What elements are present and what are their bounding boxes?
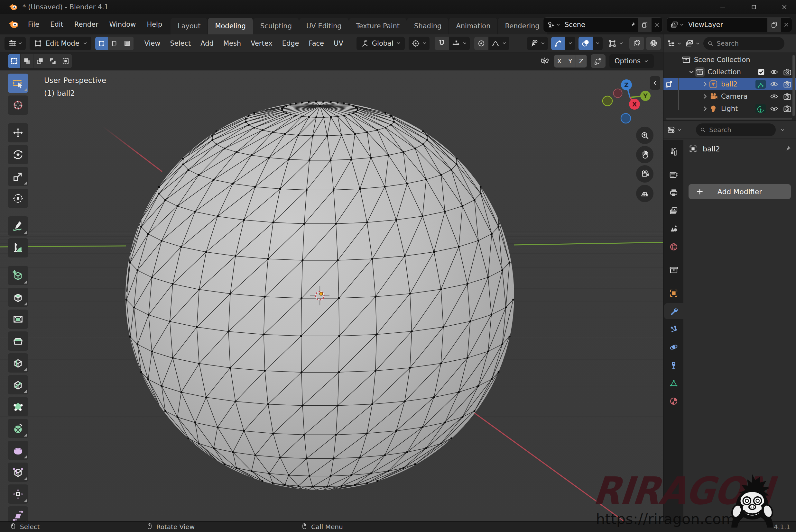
render-visibility-icon[interactable]: [783, 104, 792, 113]
properties-editor-selector[interactable]: [667, 125, 682, 134]
outliner-scrollbar[interactable]: [793, 55, 795, 116]
render-visibility-icon[interactable]: [783, 80, 792, 89]
menu-window[interactable]: Window: [104, 18, 142, 31]
properties-options-icon[interactable]: [780, 128, 785, 132]
properties-tab-tool[interactable]: [664, 144, 683, 160]
viewport-menu-mesh[interactable]: Mesh: [218, 37, 246, 50]
outliner-search-input[interactable]: [716, 39, 781, 48]
pin-icon[interactable]: [628, 21, 636, 28]
properties-tab-object-data[interactable]: [664, 375, 683, 391]
navigation-gizmo[interactable]: Z Y X: [597, 72, 658, 127]
overlay-options-selector[interactable]: [593, 37, 603, 50]
viewport-shading-button[interactable]: [646, 37, 661, 50]
outliner-display-mode-selector[interactable]: [667, 39, 682, 48]
tool-shear[interactable]: [8, 506, 28, 521]
add-modifier-button[interactable]: Add Modifier: [689, 184, 791, 199]
properties-tab-particles[interactable]: [664, 321, 683, 337]
outliner-search[interactable]: [703, 37, 784, 50]
pivot-point-selector[interactable]: [409, 37, 430, 50]
viewport-menu-face[interactable]: Face: [304, 37, 329, 50]
tool-transform[interactable]: [8, 189, 28, 208]
menu-file[interactable]: File: [22, 18, 45, 31]
menu-render[interactable]: Render: [69, 18, 104, 31]
viewlayer-name[interactable]: ViewLayer: [686, 21, 767, 28]
properties-tab-view-layer[interactable]: [664, 203, 683, 219]
snap-symmetry-button[interactable]: [591, 54, 605, 68]
show-gizmo-toggle[interactable]: [551, 37, 565, 50]
scene-name[interactable]: Scene: [563, 21, 628, 28]
camera-view-button[interactable]: [636, 165, 653, 183]
vert-data-icon[interactable]: [756, 80, 766, 89]
tool-move[interactable]: [8, 123, 28, 142]
object-visibility-selector[interactable]: [527, 37, 548, 50]
selbox-intersect-button[interactable]: [59, 54, 72, 68]
transform-orientation-selector[interactable]: Global: [357, 37, 405, 50]
outliner-row-light[interactable]: Light: [664, 102, 796, 115]
workspace-tab-uv-editing[interactable]: UV Editing: [299, 18, 349, 34]
properties-search[interactable]: [696, 124, 776, 136]
viewlayer-selector[interactable]: ViewLayer: [667, 17, 792, 32]
checkbox-icon[interactable]: [757, 68, 765, 76]
outliner-row-scene-collection[interactable]: Scene Collection: [664, 54, 796, 66]
viewport-menu-add[interactable]: Add: [196, 37, 218, 50]
properties-tab-constraints[interactable]: [664, 357, 683, 373]
tool-cursor-3d[interactable]: [8, 95, 28, 115]
workspace-tab-modeling[interactable]: Modeling: [208, 18, 253, 34]
workspace-tab-layout[interactable]: Layout: [170, 18, 208, 34]
tool-select-box[interactable]: [8, 74, 28, 93]
workspace-tab-sculpting[interactable]: Sculpting: [253, 18, 299, 34]
eye-visibility-icon[interactable]: [770, 92, 779, 101]
xray-toggle-button[interactable]: [629, 37, 644, 50]
outliner-row-ball2[interactable]: ball2: [664, 78, 796, 90]
tool-poly-build[interactable]: [8, 397, 28, 416]
pin-icon[interactable]: [783, 145, 792, 153]
workspace-tab-shading[interactable]: Shading: [407, 18, 449, 34]
selbox-set-button[interactable]: [8, 54, 21, 68]
viewport-3d[interactable]: User Perspective (1) ball2 Z Y X: [0, 70, 663, 521]
vertex-select-mode-button[interactable]: [95, 37, 108, 50]
editor-type-selector[interactable]: [4, 37, 26, 50]
eye-visibility-icon[interactable]: [770, 68, 779, 76]
properties-tab-collection[interactable]: [664, 262, 683, 278]
viewlayer-remove-button[interactable]: [781, 21, 792, 28]
properties-tab-object[interactable]: [664, 285, 683, 301]
properties-tab-scene[interactable]: [664, 221, 683, 237]
scene-unlink-button[interactable]: [652, 21, 663, 28]
chevron-down-icon[interactable]: [688, 69, 695, 76]
chevron-right-icon[interactable]: [701, 81, 708, 88]
tool-measure[interactable]: [8, 238, 28, 258]
light-data-icon[interactable]: [756, 104, 766, 113]
properties-tab-render[interactable]: [664, 167, 683, 183]
zoom-view-button[interactable]: [636, 127, 653, 144]
sidebar-collapse-arrow[interactable]: [650, 76, 660, 90]
tool-inset-faces[interactable]: [8, 309, 28, 329]
proportional-editing-toggle[interactable]: [474, 37, 488, 50]
tool-bevel[interactable]: [8, 331, 28, 351]
tool-annotate[interactable]: [8, 216, 28, 235]
mirror-z-button[interactable]: Z: [576, 55, 587, 68]
render-visibility-icon[interactable]: [783, 68, 792, 76]
tool-extrude-region[interactable]: [8, 288, 28, 307]
eye-visibility-icon[interactable]: [770, 80, 779, 89]
chevron-down-icon[interactable]: [556, 22, 561, 27]
properties-tab-material[interactable]: [664, 393, 683, 409]
tool-loop-cut[interactable]: [8, 353, 28, 373]
tool-rotate[interactable]: [8, 145, 28, 164]
chevron-down-icon[interactable]: [679, 22, 684, 27]
pan-view-button[interactable]: [636, 146, 653, 163]
tool-edge-slide[interactable]: [8, 462, 28, 482]
eye-visibility-icon[interactable]: [770, 104, 779, 113]
window-close-button[interactable]: [775, 1, 793, 14]
menu-help[interactable]: Help: [141, 18, 168, 31]
outliner-row-camera[interactable]: Camera: [664, 90, 796, 102]
tool-knife[interactable]: [8, 375, 28, 394]
window-minimize-button[interactable]: [713, 1, 732, 14]
snap-toggle-button[interactable]: [435, 37, 449, 50]
outliner-hscrollbar[interactable]: [666, 118, 792, 119]
window-maximize-button[interactable]: [745, 1, 763, 14]
chevron-right-icon[interactable]: [701, 105, 708, 112]
mode-selector[interactable]: Edit Mode: [30, 37, 91, 50]
selbox-extend-button[interactable]: [21, 54, 34, 68]
properties-search-input[interactable]: [708, 126, 772, 134]
selbox-subtract-button[interactable]: [34, 54, 46, 68]
